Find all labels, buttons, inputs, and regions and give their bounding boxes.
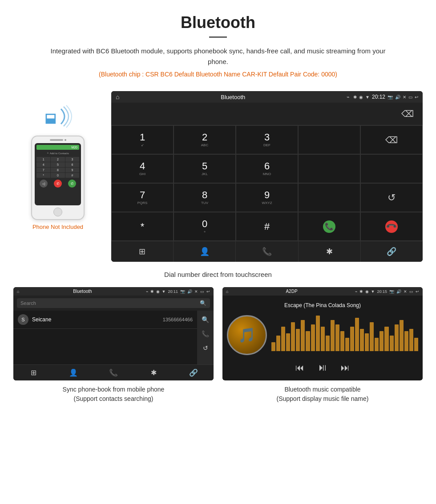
music-signal-icon: ▼	[371, 289, 375, 294]
phone-dialpad: 1 2 3 4 5 6 7 8 9 * 0 #	[36, 157, 79, 178]
main-content-area: ⬓ M20 Add to Contacts 1 2 3 4 5	[0, 91, 436, 262]
pb-win-icon: ▭	[200, 289, 204, 294]
dial-key-hash[interactable]: #	[236, 212, 298, 241]
dial-key-2[interactable]: 2 ABC	[174, 125, 236, 154]
dial-key-star[interactable]: *	[111, 212, 174, 241]
music-center: 🎵	[227, 315, 418, 355]
music-note-icon: 🎵	[238, 327, 256, 344]
pb-empty-space	[13, 329, 197, 364]
music-back-icon[interactable]: ↩	[416, 289, 419, 294]
pb-home-icon[interactable]: ⌂	[17, 289, 19, 294]
pb-contact-avatar: S	[18, 314, 28, 325]
spectrum-bar	[335, 324, 339, 351]
spectrum-bar	[384, 327, 388, 351]
spectrum-bar	[395, 324, 399, 351]
spectrum-bar	[345, 338, 349, 351]
sub-9: WXYZ	[262, 201, 272, 205]
page-description: Integrated with BC6 Bluetooth module, su…	[44, 46, 392, 67]
pb-search-row: Search 🔍	[13, 296, 214, 311]
phone-end-btn: ✆	[54, 180, 62, 188]
volume-icon: 🔊	[395, 95, 400, 100]
music-caption: Bluetooth music compatible (Support disp…	[222, 385, 423, 404]
sub-1: ↙	[141, 143, 144, 147]
sub-0: +	[204, 230, 206, 234]
bluetooth-signal: ⬓	[42, 104, 73, 129]
dial-key-4[interactable]: 4 GHI	[111, 154, 174, 183]
pb-signal-icon: ▼	[162, 289, 166, 294]
bottom-contacts-button[interactable]: 👤	[174, 241, 236, 262]
dial-key-9[interactable]: 9 WXYZ	[236, 183, 298, 212]
phone-key-7: 7	[36, 168, 50, 172]
dial-input-row: ⌫	[111, 103, 423, 125]
music-spectrum	[271, 317, 418, 353]
digit-9: 9	[264, 190, 270, 200]
refresh-button[interactable]: ↺	[360, 183, 423, 212]
pb-bottom-link[interactable]: 🔗	[174, 368, 214, 377]
title-divider	[209, 36, 227, 38]
camera-icon: 📷	[388, 95, 393, 100]
phone-key-0: 0	[51, 173, 65, 178]
usb-icon: ⌁	[347, 94, 350, 100]
music-location-icon: ◉	[365, 289, 369, 294]
dial-status-bar: ⌂ Bluetooth ⌁ ✱ ◉ ▼ 20:12 📷 🔊 ✕ ▭ ↩	[111, 91, 423, 103]
spectrum-bar	[271, 342, 275, 351]
spectrum-bar	[331, 320, 335, 351]
pb-bottom-bt[interactable]: ✱	[133, 368, 174, 377]
bluetooth-specs: (Bluetooth chip : CSR BC6 Default Blueto…	[18, 71, 418, 78]
digit-5: 5	[202, 161, 207, 171]
pb-search-box[interactable]: Search 🔍	[17, 298, 210, 308]
green-call-icon: 📞	[323, 220, 335, 233]
dial-key-1[interactable]: 1 ↙	[111, 125, 174, 154]
digit-0: 0	[202, 219, 207, 229]
backspace-action[interactable]: ⌫	[360, 125, 423, 154]
pb-call-right-icon[interactable]: 📞	[199, 328, 212, 340]
status-icons: ✱ ◉ ▼ 20:12 📷 🔊 ✕ ▭ ↩	[353, 94, 418, 100]
spectrum-bar	[301, 320, 305, 351]
pb-contact-row: S Seicane 13566664466	[13, 311, 197, 329]
music-bt-icon: ✱	[359, 289, 363, 294]
music-main-area: Escape (The Pina Colada Song) 🎵 ⏮ ⏯ ⏭	[222, 296, 423, 380]
next-button[interactable]: ⏭	[341, 363, 350, 373]
pb-refresh-right-icon[interactable]: ↺	[199, 342, 212, 354]
pb-status-bar: ⌂ Bluetooth ⌁ ✱ ◉ ▼ 20:11 📷 🔊 ✕ ▭ ↩	[13, 287, 214, 296]
dial-key-6[interactable]: 6 MNO	[236, 154, 298, 183]
sub-7: PQRS	[137, 201, 148, 205]
music-col: ⌂ A2DP ⌁ ✱ ◉ ▼ 20:15 📷 🔊 ✕ ▭ ↩ Escape (T…	[222, 287, 423, 404]
pb-search-right-icon[interactable]: 🔍	[199, 313, 212, 326]
pb-back-icon[interactable]: ↩	[206, 289, 210, 294]
prev-button[interactable]: ⏮	[295, 363, 304, 373]
backspace-button[interactable]: ⌫	[399, 106, 416, 121]
phone-key-3: 3	[65, 157, 79, 162]
pb-camera-icon: 📷	[180, 289, 185, 294]
home-icon[interactable]: ⌂	[116, 93, 119, 100]
bottom-bluetooth-button[interactable]: ✱	[299, 241, 361, 262]
pb-bottom-phone[interactable]: 📞	[93, 368, 133, 377]
phone-home-button	[53, 208, 62, 216]
pb-bottom-grid[interactable]: ⊞	[13, 368, 53, 377]
dial-key-5[interactable]: 5 JKL	[174, 154, 236, 183]
pb-bt-icon: ✱	[150, 289, 154, 294]
spectrum-bar	[276, 336, 280, 351]
spectrum-bar	[404, 331, 408, 351]
bottom-phone-button[interactable]: 📞	[236, 241, 298, 262]
music-win-icon: ▭	[409, 289, 413, 294]
music-home-icon[interactable]: ⌂	[226, 289, 228, 294]
bottom-link-button[interactable]: 🔗	[361, 241, 423, 262]
dial-key-7[interactable]: 7 PQRS	[111, 183, 174, 212]
pb-vol-icon: 🔊	[187, 289, 192, 294]
end-call-button[interactable]: 📞	[360, 212, 423, 241]
x-icon: ✕	[403, 95, 406, 100]
dial-key-8[interactable]: 8 TUV	[174, 183, 236, 212]
pb-bottom-contacts[interactable]: 👤	[53, 368, 93, 377]
spectrum-bar	[370, 322, 374, 351]
music-device: ⌂ A2DP ⌁ ✱ ◉ ▼ 20:15 📷 🔊 ✕ ▭ ↩ Escape (T…	[222, 287, 423, 380]
pb-contacts-list: S Seicane 13566664466	[13, 311, 197, 364]
spectrum-bar	[311, 324, 315, 351]
bottom-grid-button[interactable]: ⊞	[111, 241, 174, 262]
dial-key-0[interactable]: 0 +	[174, 212, 236, 241]
dial-key-3[interactable]: 3 DEF	[236, 125, 298, 154]
call-button[interactable]: 📞	[298, 212, 360, 241]
play-pause-button[interactable]: ⏯	[318, 362, 327, 373]
spectrum-bar	[414, 338, 418, 351]
back-icon[interactable]: ↩	[415, 95, 418, 100]
